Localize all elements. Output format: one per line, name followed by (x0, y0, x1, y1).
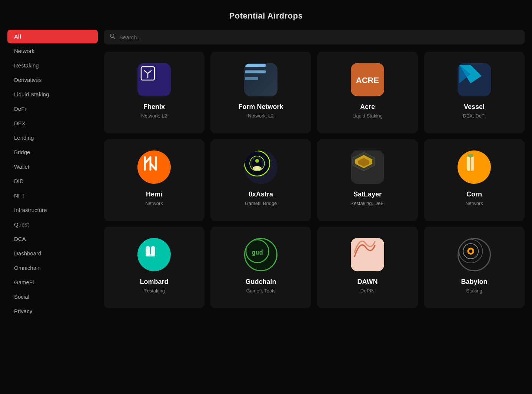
card-logo-dawn (351, 238, 384, 271)
sidebar-item-dca[interactable]: DCA (7, 232, 98, 246)
card-gudchain[interactable]: gud GudchainGamefi, Tools (210, 227, 311, 308)
sidebar-item-quest[interactable]: Quest (7, 218, 98, 231)
svg-point-30 (469, 249, 472, 253)
card-logo-satlayer (351, 150, 384, 184)
card-tags-gudchain: Gamefi, Tools (246, 288, 275, 294)
sidebar-item-did[interactable]: DID (7, 174, 98, 188)
svg-text:ACRE: ACRE (356, 76, 379, 85)
sidebar-item-defi[interactable]: DeFi (7, 102, 98, 116)
card-logo-0xastra (244, 150, 277, 184)
card-tags-fhenix: Network, L2 (141, 113, 167, 119)
sidebar-item-infrastructure[interactable]: Infrastructure (7, 203, 98, 217)
card-name-form-network: Form Network (238, 103, 283, 111)
card-logo-lombard (137, 238, 171, 271)
card-acre[interactable]: ACREAcreLiquid Staking (317, 52, 418, 133)
card-tags-dawn: DePIN (360, 288, 375, 294)
card-form-network[interactable]: Form NetworkNetwork, L2 (210, 52, 311, 133)
sidebar-item-wallet[interactable]: Wallet (7, 160, 98, 173)
card-corn[interactable]: CornNetwork (424, 139, 525, 221)
search-bar (104, 30, 525, 44)
card-logo-fhenix (137, 63, 171, 96)
card-logo-form-network (244, 63, 277, 96)
sidebar-item-liquid-staking[interactable]: Liquid Staking (7, 87, 98, 101)
card-dawn[interactable]: DAWNDePIN (317, 227, 418, 308)
card-name-hemi: Hemi (146, 191, 162, 198)
sidebar-item-all[interactable]: All (7, 30, 98, 43)
cards-grid: FhenixNetwork, L2 Form NetworkNetwork, L… (104, 52, 525, 308)
card-tags-vessel: DEX, DeFi (463, 113, 485, 119)
sidebar-item-dex[interactable]: DEX (7, 116, 98, 130)
sidebar-item-social[interactable]: Social (7, 290, 98, 304)
card-name-lombard: Lombard (140, 278, 168, 286)
card-tags-corn: Network (465, 201, 483, 206)
card-name-fhenix: Fhenix (143, 103, 165, 111)
svg-line-1 (114, 37, 115, 39)
page-title: Potential Airdrops (0, 0, 532, 30)
sidebar-item-derivatives[interactable]: Derivatives (7, 73, 98, 87)
svg-point-12 (253, 166, 262, 170)
search-input[interactable] (119, 34, 519, 40)
svg-point-21 (138, 238, 163, 264)
svg-rect-6 (245, 77, 258, 80)
card-tags-acre: Liquid Staking (352, 113, 383, 119)
card-name-0xastra: 0xAstra (249, 191, 273, 198)
card-name-acre: Acre (360, 103, 375, 111)
card-logo-acre: ACRE (351, 63, 384, 96)
svg-rect-24 (146, 254, 155, 256)
card-0xastra[interactable]: 0xAstraGamefi, Bridge (210, 139, 311, 221)
sidebar-item-dashboard[interactable]: Dashboard (7, 246, 98, 260)
sidebar: AllNetworkRestakingDerivativesLiquid Sta… (7, 30, 104, 319)
sidebar-item-omnichain[interactable]: Omnichain (7, 261, 98, 275)
card-name-gudchain: Gudchain (245, 278, 276, 286)
card-name-satlayer: SatLayer (353, 191, 382, 198)
card-tags-satlayer: Restaking, DeFi (350, 201, 385, 206)
card-hemi[interactable]: HemiNetwork (104, 139, 205, 221)
sidebar-item-lending[interactable]: Lending (7, 131, 98, 145)
svg-rect-19 (471, 156, 474, 171)
card-logo-hemi (137, 150, 171, 184)
card-name-babylon: Babylon (461, 278, 487, 286)
sidebar-item-gamefi[interactable]: GameFi (7, 275, 98, 289)
card-name-corn: Corn (466, 191, 482, 198)
card-tags-form-network: Network, L2 (248, 113, 273, 119)
card-logo-babylon (458, 238, 491, 271)
card-fhenix[interactable]: FhenixNetwork, L2 (104, 52, 205, 133)
svg-point-20 (468, 154, 473, 158)
card-logo-vessel (458, 63, 491, 96)
content-area: FhenixNetwork, L2 Form NetworkNetwork, L… (104, 30, 525, 319)
card-tags-hemi: Network (145, 201, 163, 206)
sidebar-item-privacy[interactable]: Privacy (7, 304, 98, 318)
card-vessel[interactable]: VesselDEX, DeFi (424, 52, 525, 133)
card-tags-0xastra: Gamefi, Bridge (245, 201, 277, 206)
card-satlayer[interactable]: SatLayerRestaking, DeFi (317, 139, 418, 221)
card-tags-lombard: Restaking (143, 288, 165, 294)
card-name-dawn: DAWN (358, 278, 378, 286)
svg-rect-4 (245, 64, 266, 67)
sidebar-item-bridge[interactable]: Bridge (7, 145, 98, 159)
svg-rect-18 (467, 156, 470, 171)
svg-rect-5 (245, 70, 266, 73)
card-name-vessel: Vessel (464, 103, 485, 111)
card-babylon[interactable]: BabylonStaking (424, 227, 525, 308)
card-logo-gudchain: gud (244, 238, 277, 271)
svg-point-13 (255, 159, 259, 163)
svg-text:gud: gud (252, 249, 263, 256)
sidebar-item-restaking[interactable]: Restaking (7, 59, 98, 72)
card-lombard[interactable]: LombardRestaking (104, 227, 205, 308)
sidebar-item-network[interactable]: Network (7, 44, 98, 58)
sidebar-item-nft[interactable]: NFT (7, 189, 98, 202)
card-tags-babylon: Staking (466, 288, 482, 294)
card-logo-corn (458, 150, 491, 184)
search-icon (110, 33, 116, 41)
